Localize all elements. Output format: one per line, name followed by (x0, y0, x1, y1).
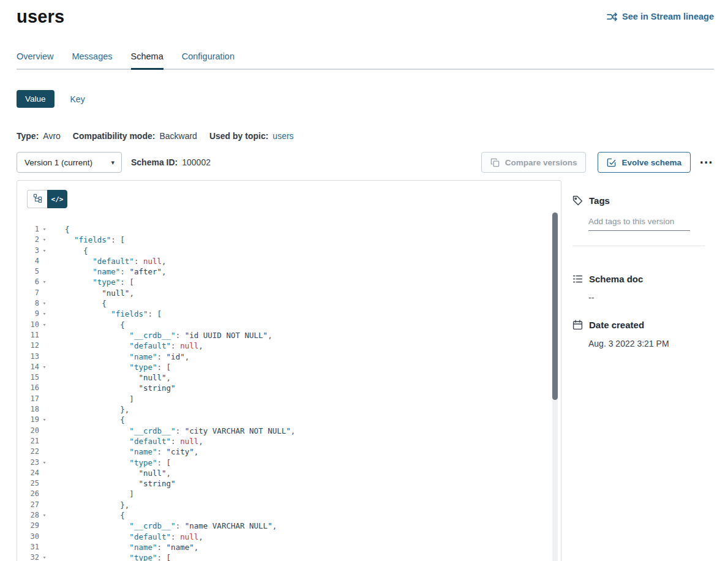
caret-spacer (39, 383, 50, 393)
code-line: 25 "string" (17, 478, 561, 489)
caret-spacer (39, 341, 50, 351)
tab-overview[interactable]: Overview (17, 51, 53, 69)
sidebar-divider (572, 246, 705, 246)
code-line: 14▾ "type": [ (17, 362, 561, 372)
collapse-caret-icon[interactable]: ▾ (39, 298, 50, 309)
line-number: 29 (17, 521, 39, 531)
caret-spacer (39, 266, 50, 277)
code-text: "type": [ (65, 362, 171, 372)
code-view-button[interactable]: </> (47, 190, 67, 208)
tags-title: Tags (589, 195, 610, 206)
schema-doc-icon (572, 274, 583, 284)
view-toggle-group: </> (27, 190, 67, 208)
code-text: ] (65, 489, 134, 499)
code-text: { (65, 298, 107, 309)
line-number: 31 (17, 542, 39, 552)
code-line: 17 ] (17, 394, 561, 404)
date-created-title: Date created (589, 320, 644, 330)
compare-versions-label: Compare versions (505, 158, 577, 167)
tab-configuration[interactable]: Configuration (182, 51, 235, 69)
code-line: 29 "__crdb__": "name VARCHAR NULL", (17, 521, 561, 531)
line-number: 3 (17, 246, 39, 256)
caret-spacer (39, 330, 50, 341)
code-line: 32▾ "type": [ (17, 552, 561, 561)
code-line: 23▾ "type": [ (17, 457, 561, 468)
scrollbar-thumb[interactable] (552, 213, 558, 400)
line-number: 19 (17, 415, 39, 425)
code-line: 12 "default": null, (17, 341, 561, 351)
code-text: "type": [ (65, 552, 171, 561)
compatibility-value: Backward (159, 131, 197, 141)
code-text: "name": "name", (65, 542, 198, 552)
line-number: 32 (17, 552, 39, 561)
code-icon: </> (51, 195, 64, 203)
tree-view-button[interactable] (27, 190, 47, 208)
compare-icon (490, 158, 500, 167)
caret-spacer (39, 426, 50, 436)
schema-doc-heading: Schema doc (572, 274, 713, 284)
collapse-caret-icon[interactable]: ▾ (39, 552, 50, 561)
code-text: { (65, 415, 125, 425)
collapse-caret-icon[interactable]: ▾ (39, 235, 50, 245)
collapse-caret-icon[interactable]: ▾ (39, 246, 50, 256)
scrollbar-track[interactable] (552, 213, 558, 561)
line-number: 6 (17, 277, 39, 287)
code-text: { (65, 510, 125, 521)
calendar-icon (572, 320, 583, 330)
line-number: 12 (17, 341, 39, 351)
code-line: 9▾ "fields": [ (17, 309, 561, 319)
schema-sidebar: Tags Schema doc -- Date created Aug. 3 2… (572, 180, 713, 348)
collapse-caret-icon[interactable]: ▾ (39, 457, 50, 468)
code-text: }, (65, 500, 129, 510)
value-toggle-button[interactable]: Value (17, 90, 54, 108)
code-line: 20 "__crdb__": "city VARCHAR NOT NULL", (17, 426, 561, 436)
line-number: 15 (17, 372, 39, 383)
caret-spacer (39, 256, 50, 266)
caret-spacer (39, 372, 50, 383)
schema-code-panel: </> 1▾{2▾ "fields": [3▾ {4 "default": nu… (17, 180, 561, 561)
code-line: 1▾{ (17, 224, 561, 235)
collapse-caret-icon[interactable]: ▾ (39, 510, 50, 521)
collapse-caret-icon[interactable]: ▾ (39, 320, 50, 330)
topic-link[interactable]: users (272, 131, 293, 141)
line-number: 23 (17, 457, 39, 468)
page-title: users (17, 7, 64, 27)
line-number: 2 (17, 235, 39, 245)
line-number: 26 (17, 489, 39, 499)
code-text: "name": "city", (65, 446, 198, 457)
code-text: "__crdb__": "city VARCHAR NOT NULL", (65, 426, 295, 436)
line-number: 21 (17, 436, 39, 446)
more-options-button[interactable]: ⋯ (698, 156, 714, 169)
code-line: 6▾ "type": [ (17, 277, 561, 287)
line-number: 10 (17, 320, 39, 330)
code-line: 3▾ { (17, 246, 561, 256)
collapse-caret-icon[interactable]: ▾ (39, 362, 50, 372)
code-line: 28▾ { (17, 510, 561, 521)
tag-icon (572, 195, 583, 206)
tab-messages[interactable]: Messages (72, 51, 112, 69)
tab-schema[interactable]: Schema (131, 51, 163, 69)
evolve-schema-button[interactable]: Evolve schema (598, 152, 691, 173)
version-select[interactable]: Version 1 (current) ▾ (17, 152, 122, 173)
schema-id-label: Schema ID: (131, 157, 178, 167)
schema-doc-title: Schema doc (589, 274, 643, 284)
code-line: 26 ] (17, 489, 561, 499)
code-text: { (65, 246, 88, 256)
caret-spacer (39, 446, 50, 457)
schema-id-value: 100002 (182, 157, 211, 167)
tags-input[interactable] (588, 216, 690, 231)
key-toggle-button[interactable]: Key (70, 94, 85, 104)
collapse-caret-icon[interactable]: ▾ (39, 277, 50, 287)
line-number: 30 (17, 532, 39, 542)
stream-lineage-link[interactable]: See in Stream lineage (607, 12, 714, 22)
caret-spacer (39, 468, 50, 478)
collapse-caret-icon[interactable]: ▾ (39, 415, 50, 425)
version-toolbar: Version 1 (current) ▾ Schema ID: 100002 … (17, 152, 714, 173)
code-line: 4 "default": null, (17, 256, 561, 266)
compare-versions-button[interactable]: Compare versions (481, 152, 587, 173)
collapse-caret-icon[interactable]: ▾ (39, 224, 50, 235)
code-line: 22 "name": "city", (17, 446, 561, 457)
collapse-caret-icon[interactable]: ▾ (39, 309, 50, 319)
caret-spacer (39, 542, 50, 552)
code-text: "type": [ (65, 457, 171, 468)
